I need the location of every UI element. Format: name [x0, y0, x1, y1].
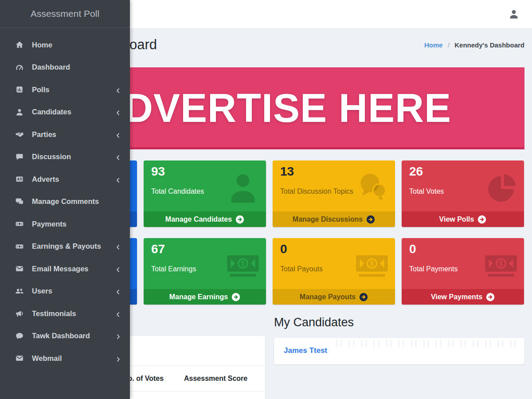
- sidebar: Assessment Poll Home Dashboard Polls: [0, 0, 130, 399]
- chat-icon: [354, 170, 390, 206]
- stat-action-label: Manage Discussions: [293, 215, 363, 223]
- svg-text:$: $: [370, 260, 374, 267]
- sidebar-item-label: Home: [32, 41, 52, 49]
- brand-link[interactable]: Assessment Poll: [0, 0, 130, 28]
- sidebar-item-candidates[interactable]: Candidates: [0, 101, 130, 124]
- my-candidates-card: James Ttest: [274, 338, 524, 364]
- chevron-left-icon: [115, 87, 121, 93]
- view-polls-link[interactable]: View Polls: [402, 211, 524, 227]
- sidebar-item-payments[interactable]: Payments: [0, 213, 130, 235]
- arrow-circle-right-icon: [486, 293, 495, 301]
- home-icon: [15, 40, 26, 49]
- chevron-left-icon: [115, 176, 121, 182]
- money-icon: $: [354, 248, 390, 283]
- svg-text:$: $: [241, 260, 245, 267]
- manage-discussions-link[interactable]: Manage Discussions: [273, 211, 395, 227]
- stat-label: Total Votes: [409, 188, 444, 196]
- arrow-circle-right-icon: [359, 293, 368, 301]
- chevron-left-icon: [115, 311, 121, 317]
- stat-action-label: Manage Earnings: [169, 293, 228, 301]
- breadcrumb-home-link[interactable]: Home: [424, 41, 443, 49]
- arrow-circle-right-icon: [235, 215, 244, 224]
- stat-card-total-candidates[interactable]: 93 Total Candidates Manage Candidates: [144, 160, 266, 227]
- advert-banner-text: ADVERTISE HERE: [95, 86, 451, 131]
- sidebar-item-adverts[interactable]: Adverts: [0, 168, 130, 191]
- chevron-left-icon: [115, 266, 121, 272]
- sidebar-item-users[interactable]: Users: [0, 280, 130, 303]
- sidebar-item-label: Tawk Dashboard: [32, 332, 90, 340]
- sidebar-item-manage-comments[interactable]: Manage Comments: [0, 191, 130, 213]
- stat-label: Total Discussion Topics: [280, 188, 353, 196]
- sidebar-item-polls[interactable]: Polls: [0, 78, 130, 101]
- comment-icon: [15, 153, 26, 161]
- bullhorn-icon: [15, 309, 26, 318]
- chevron-left-icon: [115, 132, 121, 137]
- money-icon: $: [225, 248, 261, 283]
- sidebar-item-label: Adverts: [32, 175, 59, 184]
- gauge-icon: [15, 63, 26, 72]
- sidebar-item-dashboard[interactable]: Dashboard: [0, 56, 130, 79]
- sidebar-item-testimonials[interactable]: Testimonials: [0, 302, 130, 325]
- users-icon: [15, 287, 26, 296]
- stat-value: 0: [280, 242, 287, 256]
- sidebar-item-tawk-dashboard[interactable]: Tawk Dashboard: [0, 325, 130, 348]
- sidebar-item-earnings-payouts[interactable]: Earnings & Payouts: [0, 235, 130, 258]
- svg-text:$: $: [499, 260, 503, 267]
- chevron-right-icon: [115, 333, 121, 339]
- sidebar-item-label: Parties: [32, 130, 56, 139]
- column-header-assessment-score: Assessment Score: [184, 366, 247, 391]
- manage-payouts-link[interactable]: Manage Payouts: [273, 289, 395, 305]
- my-candidates-title: My Candidates: [274, 316, 354, 329]
- handshake-icon: [15, 130, 26, 139]
- envelope-icon: [15, 264, 26, 273]
- stat-card-total-votes[interactable]: 26 Total Votes View Polls: [402, 160, 524, 227]
- sidebar-item-label: Dashboard: [32, 63, 70, 71]
- stat-action-label: Manage Candidates: [165, 215, 232, 223]
- sidebar-item-home[interactable]: Home: [0, 34, 130, 56]
- sidebar-item-label: Manage Comments: [32, 197, 99, 206]
- stat-value: 67: [151, 242, 165, 256]
- stat-card-total-payouts[interactable]: 0 Total Payouts $ Manage Payouts: [273, 238, 395, 305]
- sidebar-item-label: Polls: [32, 86, 49, 94]
- stat-action-label: View Polls: [439, 215, 474, 223]
- stat-action-label: Manage Payouts: [300, 293, 356, 301]
- manage-candidates-link[interactable]: Manage Candidates: [144, 211, 266, 227]
- envelope-icon: [15, 354, 26, 363]
- manage-earnings-link[interactable]: Manage Earnings: [144, 289, 266, 305]
- chevron-left-icon: [115, 288, 121, 294]
- stat-card-total-payments[interactable]: 0 Total Payments $ View Payments: [402, 238, 524, 305]
- stat-label: Total Candidates: [151, 188, 204, 196]
- sidebar-item-label: Discussion: [32, 153, 71, 161]
- money-icon: [15, 242, 26, 251]
- stat-label: Total Payments: [409, 265, 458, 273]
- candidate-link-james-ttest[interactable]: James Ttest: [284, 346, 327, 355]
- comments-icon: [15, 197, 26, 206]
- breadcrumb-current: Kennedy's Dashboard: [454, 41, 524, 49]
- stat-value: 26: [409, 164, 423, 179]
- arrow-circle-right-icon: [477, 215, 486, 224]
- sidebar-item-discussion[interactable]: Discussion: [0, 146, 130, 168]
- stat-card-total-discussion-topics[interactable]: 13 Total Discussion Topics Manage Discus…: [273, 160, 395, 227]
- sidebar-menu: Home Dashboard Polls Candidates: [0, 28, 130, 370]
- stat-label: Total Earnings: [151, 265, 196, 273]
- stat-card-total-earnings[interactable]: 67 Total Earnings $ Manage Earnings: [144, 238, 266, 305]
- chevron-left-icon: [115, 154, 121, 160]
- sidebar-item-parties[interactable]: Parties: [0, 123, 130, 146]
- sidebar-item-label: Candidates: [32, 108, 71, 116]
- poll-icon: [15, 85, 26, 94]
- pie-chart-icon: [483, 170, 519, 206]
- chevron-right-icon: [115, 356, 121, 361]
- user-menu-icon[interactable]: [508, 8, 520, 20]
- chevron-left-icon: [115, 109, 121, 115]
- view-payments-link[interactable]: View Payments: [402, 289, 524, 305]
- sidebar-item-email-messages[interactable]: Email Messages: [0, 258, 130, 280]
- user-icon: [15, 108, 26, 117]
- sidebar-item-label: Payments: [32, 220, 66, 228]
- sidebar-item-webmail[interactable]: Webmail: [0, 347, 130, 370]
- comment-icon: [15, 332, 26, 340]
- sidebar-item-label: Testimonials: [32, 309, 76, 318]
- breadcrumb-separator: /: [448, 41, 450, 49]
- arrow-circle-right-icon: [366, 215, 375, 224]
- person-icon: [225, 170, 261, 206]
- arrow-circle-right-icon: [231, 293, 240, 301]
